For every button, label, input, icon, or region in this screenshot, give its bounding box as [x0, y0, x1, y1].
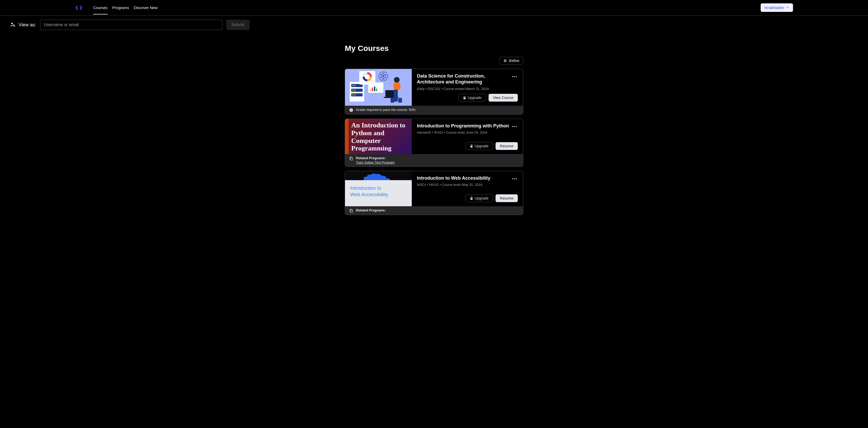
resume-button[interactable]: Resume — [496, 142, 518, 150]
svg-point-14 — [354, 90, 355, 91]
svg-point-50 — [514, 178, 515, 179]
svg-point-49 — [512, 178, 513, 179]
svg-point-0 — [11, 23, 13, 24]
svg-point-44 — [512, 126, 513, 127]
card-body: Introduction to Web Accessibility W3Cx •… — [412, 171, 523, 206]
svg-point-1 — [13, 25, 14, 26]
svg-point-13 — [352, 90, 353, 91]
card-footer: Related Programs: — [345, 206, 523, 215]
person-search-icon — [10, 22, 16, 27]
user-menu-button[interactable]: hinakhadim — [761, 3, 793, 12]
resume-button[interactable]: Resume — [496, 194, 518, 202]
svg-rect-35 — [391, 98, 394, 103]
card-footer: Related Programs: Tutor Indigo Test Prog… — [345, 154, 523, 166]
view-as-bar: View as: Submit — [0, 15, 868, 34]
related-programs-label: Related Programs: — [356, 208, 386, 212]
thumbnail-stripe — [345, 119, 349, 154]
related-program-link[interactable]: Tutor Indigo Test Program — [356, 161, 395, 164]
footer-text: Related Programs: — [356, 208, 386, 212]
svg-point-38 — [514, 76, 515, 77]
info-icon — [349, 108, 353, 112]
nav-link-courses[interactable]: Courses — [93, 1, 107, 14]
svg-rect-34 — [394, 90, 398, 102]
copy-icon — [349, 208, 353, 213]
upgrade-button[interactable]: Upgrade — [459, 94, 486, 102]
thumbnail-panel: Introduction to Web Accessibility — [345, 180, 412, 206]
nav-link-programs[interactable]: Programs — [112, 1, 129, 14]
nav-left: Courses Programs Discover New — [75, 1, 157, 14]
course-meta: HarvardX • IP101 • Course ends June 29, … — [417, 131, 518, 134]
svg-point-43 — [351, 109, 351, 109]
lock-icon — [470, 196, 473, 200]
user-name: hinakhadim — [764, 5, 784, 10]
course-title: Data Science for Construction, Architect… — [417, 73, 509, 85]
svg-point-11 — [354, 85, 355, 86]
svg-rect-27 — [372, 88, 373, 91]
svg-point-30 — [394, 77, 400, 83]
nav-links: Courses Programs Discover New — [93, 1, 157, 14]
ellipsis-icon — [512, 126, 517, 127]
lock-icon — [463, 96, 466, 99]
upgrade-button[interactable]: Upgrade — [466, 194, 493, 202]
course-thumbnail: An Introduction to Python and Computer P… — [345, 119, 412, 154]
course-title: Introduction to Programming with Python — [417, 123, 509, 129]
svg-point-45 — [514, 126, 515, 127]
nav-link-discover[interactable]: Discover New — [134, 1, 158, 14]
course-card: An Introduction to Python and Computer P… — [345, 119, 523, 167]
svg-point-16 — [352, 94, 353, 96]
svg-rect-52 — [470, 198, 472, 200]
thumbnail-illustration-icon — [345, 69, 412, 104]
svg-point-6 — [505, 61, 506, 61]
card-main: Data Science for Construction, Architect… — [345, 69, 523, 106]
svg-rect-29 — [376, 88, 377, 91]
svg-point-46 — [516, 126, 517, 127]
page-title: My Courses — [345, 44, 523, 53]
card-body: Introduction to Programming with Python … — [412, 119, 523, 154]
svg-point-10 — [352, 85, 353, 86]
course-meta: Eddy • DSC101 • Course ended March 31, 2… — [417, 87, 518, 91]
title-row: Refine — [345, 57, 523, 65]
svg-rect-47 — [470, 146, 472, 147]
card-body: Data Science for Construction, Architect… — [412, 69, 523, 106]
view-as-input[interactable] — [40, 20, 222, 30]
svg-point-21 — [382, 75, 384, 77]
course-thumbnail: Introduction to Web Accessibility — [345, 171, 412, 206]
svg-rect-26 — [370, 89, 371, 91]
footer-text: Grade required to pass the course: 50% — [356, 108, 416, 112]
content: My Courses Refine — [345, 34, 523, 215]
chevron-down-icon — [786, 6, 789, 9]
svg-rect-53 — [350, 210, 352, 212]
more-options-button[interactable] — [511, 123, 518, 129]
top-nav: Courses Programs Discover New hinakhadim — [0, 0, 868, 15]
sliders-icon — [503, 59, 507, 63]
related-programs-label: Related Programs: — [356, 156, 386, 160]
svg-point-51 — [516, 178, 517, 179]
upgrade-button[interactable]: Upgrade — [466, 142, 493, 150]
svg-point-5 — [504, 60, 505, 60]
more-options-button[interactable] — [511, 175, 518, 181]
svg-rect-40 — [464, 97, 466, 99]
course-meta: W3Cx • IW101 • Course ends May 31, 2024 — [417, 183, 518, 187]
ellipsis-icon — [512, 178, 517, 179]
course-card: Introduction to Web Accessibility Introd… — [345, 171, 523, 215]
svg-point-37 — [512, 76, 513, 77]
svg-point-7 — [504, 61, 505, 62]
thumbnail-text: An Introduction to Python and Computer P… — [345, 122, 412, 153]
card-main: Introduction to Web Accessibility Introd… — [345, 171, 523, 206]
svg-point-39 — [516, 76, 517, 77]
footer-text: Related Programs: Tutor Indigo Test Prog… — [356, 156, 395, 164]
view-as-label: View as: — [10, 22, 36, 28]
svg-rect-36 — [398, 98, 402, 103]
refine-button[interactable]: Refine — [499, 57, 523, 65]
copy-icon — [349, 156, 353, 161]
svg-rect-28 — [374, 87, 375, 91]
svg-rect-48 — [350, 158, 352, 160]
more-options-button[interactable] — [511, 73, 518, 79]
svg-rect-31 — [394, 83, 400, 90]
lock-icon — [470, 144, 473, 148]
view-course-button[interactable]: View Course — [489, 94, 518, 102]
submit-button[interactable]: Submit — [226, 20, 250, 30]
course-thumbnail — [345, 69, 412, 106]
svg-point-17 — [354, 94, 355, 96]
logo-icon[interactable] — [75, 4, 83, 12]
